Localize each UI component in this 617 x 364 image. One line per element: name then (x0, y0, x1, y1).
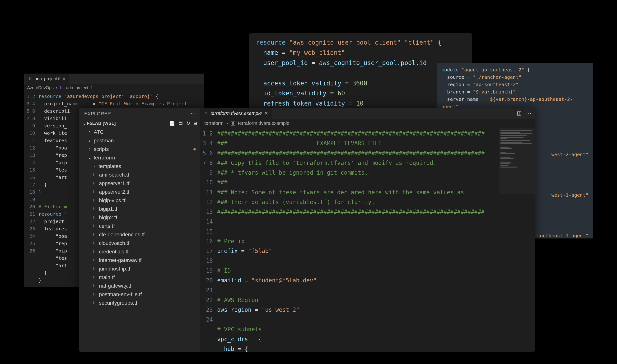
editor-tab-bar: terraform.tfvars.example ✕ ◫ ⋯ (200, 108, 535, 119)
folder-templates[interactable]: ›templates (79, 162, 200, 171)
tab-bar: ado_project.tf ✕ (24, 74, 204, 84)
chevron-right-icon: › (88, 129, 91, 135)
explorer-panel: EXPLORER ⋯ ⌄ F5LAB [WSL] 📄 🗀 ↻ ⊟ ›ATC ›p… (79, 108, 200, 352)
line-gutter: 1 2 3 4 5 6 7 8 9 10 11 12 13 14 15 16 1… (200, 128, 217, 352)
terraform-icon (93, 275, 97, 279)
terraform-icon (60, 86, 64, 90)
chevron-right-icon: › (93, 163, 96, 169)
file-icon (231, 121, 235, 126)
file-item[interactable]: internet-gateway.tf (79, 256, 200, 265)
terraform-icon (93, 241, 97, 245)
workspace-header[interactable]: ⌄ F5LAB [WSL] 📄 🗀 ↻ ⊟ (79, 119, 200, 127)
chevron-down-icon: ⌄ (82, 120, 86, 126)
explorer-title: EXPLORER (84, 111, 111, 117)
file-item[interactable]: appserver1.tf (79, 179, 200, 188)
chevron-right-icon: › (88, 146, 91, 152)
folder-postman[interactable]: ›postman (79, 136, 200, 145)
file-item[interactable]: certs.tf (79, 222, 200, 230)
more-icon[interactable]: ⋯ (191, 111, 196, 117)
terraform-icon (93, 293, 97, 296)
tab-label: terraform.tfvars.example (210, 111, 262, 116)
file-item[interactable]: postman-env-file.tf (79, 290, 200, 299)
terraform-icon (29, 77, 33, 81)
workspace-name: F5LAB [WSL] (87, 121, 116, 126)
terraform-icon (93, 224, 97, 228)
breadcrumb[interactable]: AzureDevOps› ado_project.tf (24, 84, 204, 92)
file-item[interactable]: bigip2.tf (79, 213, 200, 222)
close-icon[interactable]: ✕ (264, 110, 268, 116)
code-content[interactable]: ########################################… (217, 128, 485, 352)
terraform-icon (93, 199, 97, 202)
file-item[interactable]: securitygroups.tf (79, 299, 200, 307)
file-item[interactable]: bigip1.tf (79, 205, 200, 213)
terraform-icon (93, 182, 97, 185)
terraform-icon (93, 190, 97, 194)
refresh-icon[interactable]: ↻ (186, 120, 190, 126)
editor-panel: terraform.tfvars.example ✕ ◫ ⋯ terraform… (200, 108, 535, 352)
file-item[interactable]: bigip-vips.tf (79, 196, 200, 205)
terraform-icon (93, 173, 97, 177)
collapse-icon[interactable]: ⊟ (193, 120, 197, 126)
string: "aws_cognito_user_pool_client" (289, 39, 401, 46)
close-icon[interactable]: ✕ (63, 77, 65, 81)
file-item[interactable]: ami-search.tf (79, 171, 200, 179)
tab-tfvars[interactable]: terraform.tfvars.example ✕ (200, 108, 272, 119)
more-icon[interactable]: ⋯ (526, 110, 531, 116)
file-tree: ›ATC ›postman ›scripts ⌄terraform ›templ… (79, 127, 200, 308)
terraform-icon (93, 216, 97, 220)
chevron-right-icon: › (88, 138, 91, 144)
file-item[interactable]: cfe-dependencies.tf (79, 230, 200, 239)
keyword: resource (256, 39, 285, 46)
folder-terraform[interactable]: ⌄terraform (79, 154, 200, 162)
chevron-down-icon: ⌄ (88, 155, 91, 161)
new-file-icon[interactable]: 📄 (169, 120, 175, 126)
editor-window-main: EXPLORER ⋯ ⌄ F5LAB [WSL] 📄 🗀 ↻ ⊟ ›ATC ›p… (79, 108, 535, 352)
tab-ado-project[interactable]: ado_project.tf ✕ (26, 74, 69, 84)
file-icon (204, 111, 208, 115)
modified-indicator-icon (193, 148, 196, 150)
tab-label: ado_project.tf (35, 77, 61, 81)
string: "client" (404, 39, 434, 46)
folder-scripts[interactable]: ›scripts (79, 145, 200, 154)
file-item[interactable]: cloudwatch.tf (79, 239, 200, 247)
terraform-icon (93, 207, 97, 211)
terraform-icon (93, 259, 97, 262)
file-item[interactable]: credentials.tf (79, 247, 200, 256)
split-editor-icon[interactable]: ◫ (517, 110, 522, 116)
terraform-icon (93, 233, 97, 237)
minimap[interactable] (499, 128, 535, 194)
new-folder-icon[interactable]: 🗀 (179, 120, 183, 126)
file-item[interactable]: nat-gateway.tf (79, 282, 200, 290)
terraform-icon (93, 267, 97, 271)
explorer-header: EXPLORER ⋯ (79, 108, 200, 119)
terraform-icon (93, 284, 97, 288)
terraform-icon (93, 301, 97, 305)
terraform-icon (93, 250, 97, 254)
file-item[interactable]: jumphost-ip.tf (79, 265, 200, 273)
line-gutter: 1 2 3 4 5 6 7 8 9 10 11 12 13 14 15 16 1… (24, 92, 39, 285)
file-item[interactable]: appserver2.tf (79, 188, 200, 196)
folder-atc[interactable]: ›ATC (79, 128, 200, 136)
file-item[interactable]: main.tf (79, 273, 200, 282)
breadcrumb[interactable]: terraform› terraform.tfvars.example (200, 119, 535, 128)
